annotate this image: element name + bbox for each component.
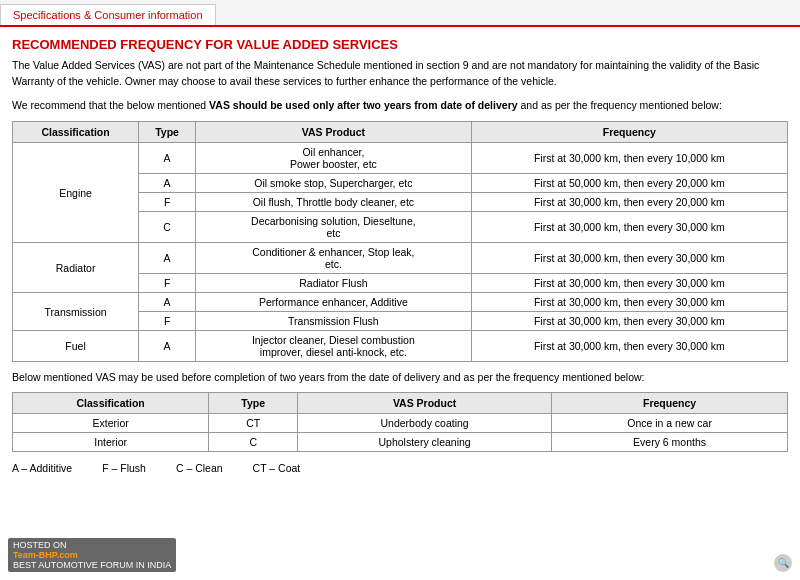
vas-table-1: Classification Type VAS Product Frequenc…	[12, 121, 788, 362]
classification-exterior: Exterior	[13, 414, 209, 433]
tab-bar: Specifications & Consumer information	[0, 0, 800, 27]
legend-item-ct: CT – Coat	[253, 462, 301, 474]
product-cell: Transmission Flush	[196, 312, 472, 331]
product-cell: Injector cleaner, Diesel combustionimpro…	[196, 331, 472, 362]
product-underbody: Underbody coating	[298, 414, 552, 433]
intro-paragraph-1: The Value Added Services (VAS) are not p…	[12, 58, 788, 90]
tab-specifications[interactable]: Specifications & Consumer information	[0, 4, 216, 25]
frequency-6months: Every 6 months	[552, 433, 788, 452]
frequency-cell: First at 30,000 km, then every 20,000 km	[471, 193, 787, 212]
intro-paragraph-2: We recommend that the below mentioned VA…	[12, 98, 788, 114]
frequency-cell: First at 30,000 km, then every 30,000 km	[471, 312, 787, 331]
vas-table-2: Classification Type VAS Product Frequenc…	[12, 392, 788, 452]
table-row: Engine A Oil enhancer,Power booster, etc…	[13, 143, 788, 174]
classification-engine: Engine	[13, 143, 139, 243]
frequency-cell: First at 30,000 km, then every 30,000 km	[471, 293, 787, 312]
classification-radiator: Radiator	[13, 243, 139, 293]
frequency-cell: First at 30,000 km, then every 10,000 km	[471, 143, 787, 174]
frequency-cell: First at 30,000 km, then every 30,000 km	[471, 331, 787, 362]
frequency-cell: First at 30,000 km, then every 30,000 km	[471, 243, 787, 274]
table-row: Fuel A Injector cleaner, Diesel combusti…	[13, 331, 788, 362]
legend-item-a: A – Addititive	[12, 462, 72, 474]
section-note: Below mentioned VAS may be used before c…	[12, 370, 788, 386]
legend-item-f: F – Flush	[102, 462, 146, 474]
table-row: Radiator A Conditioner & enhancer, Stop …	[13, 243, 788, 274]
type-cell: A	[139, 143, 196, 174]
col-header-frequency-2: Frequency	[552, 393, 788, 414]
product-cell: Decarbonising solution, Dieseltune,etc	[196, 212, 472, 243]
classification-interior: Interior	[13, 433, 209, 452]
frequency-cell: First at 30,000 km, then every 30,000 km	[471, 274, 787, 293]
legend: A – Addititive F – Flush C – Clean CT – …	[12, 460, 788, 476]
frequency-cell: First at 50,000 km, then every 20,000 km	[471, 174, 787, 193]
page-title: RECOMMENDED FREQUENCY FOR VALUE ADDED SE…	[12, 37, 788, 52]
type-cell: F	[139, 312, 196, 331]
table-row: Exterior CT Underbody coating Once in a …	[13, 414, 788, 433]
product-upholstery: Upholstery cleaning	[298, 433, 552, 452]
product-cell: Conditioner & enhancer, Stop leak,etc.	[196, 243, 472, 274]
col-header-type-2: Type	[209, 393, 298, 414]
col-header-product-2: VAS Product	[298, 393, 552, 414]
frequency-once: Once in a new car	[552, 414, 788, 433]
legend-item-c: C – Clean	[176, 462, 223, 474]
product-cell: Oil flush, Throttle body cleaner, etc	[196, 193, 472, 212]
table-row: Transmission A Performance enhancer, Add…	[13, 293, 788, 312]
col-header-frequency: Frequency	[471, 122, 787, 143]
type-cell: A	[139, 174, 196, 193]
type-cell: F	[139, 274, 196, 293]
col-header-classification-2: Classification	[13, 393, 209, 414]
classification-fuel: Fuel	[13, 331, 139, 362]
type-c: C	[209, 433, 298, 452]
type-cell: A	[139, 293, 196, 312]
table-row: Interior C Upholstery cleaning Every 6 m…	[13, 433, 788, 452]
col-header-classification: Classification	[13, 122, 139, 143]
type-cell: A	[139, 331, 196, 362]
page-content: RECOMMENDED FREQUENCY FOR VALUE ADDED SE…	[0, 27, 800, 486]
watermark: HOSTED ON Team-BHP.com BEST AUTOMOTIVE F…	[8, 538, 176, 572]
product-cell: Performance enhancer, Additive	[196, 293, 472, 312]
product-cell: Oil smoke stop, Supercharger, etc	[196, 174, 472, 193]
type-cell: F	[139, 193, 196, 212]
type-cell: A	[139, 243, 196, 274]
product-cell: Oil enhancer,Power booster, etc	[196, 143, 472, 174]
frequency-cell: First at 30,000 km, then every 30,000 km	[471, 212, 787, 243]
classification-transmission: Transmission	[13, 293, 139, 331]
product-cell: Radiator Flush	[196, 274, 472, 293]
zoom-icon[interactable]: 🔍	[774, 554, 792, 572]
col-header-product: VAS Product	[196, 122, 472, 143]
type-cell: C	[139, 212, 196, 243]
type-ct: CT	[209, 414, 298, 433]
col-header-type: Type	[139, 122, 196, 143]
